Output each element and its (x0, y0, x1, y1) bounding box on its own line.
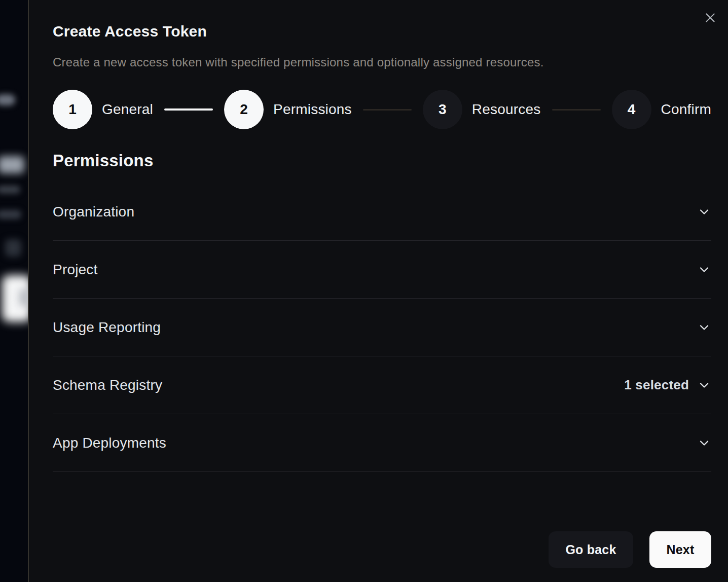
next-button[interactable]: Next (649, 531, 711, 568)
accordion-label: Organization (53, 204, 134, 220)
close-button[interactable] (702, 9, 719, 26)
chevron-down-icon (697, 378, 711, 392)
accordion-right (697, 320, 711, 335)
step-number-badge: 1 (53, 90, 92, 129)
accordion-label: App Deployments (53, 435, 166, 451)
accordion-label: Schema Registry (53, 377, 162, 393)
accordion-label: Project (53, 262, 98, 278)
chevron-down-icon (697, 205, 711, 219)
step-label: Confirm (661, 101, 711, 118)
accordion-right: 1 selected (624, 377, 711, 393)
accordion-schema-registry[interactable]: Schema Registry 1 selected (53, 356, 711, 414)
accordion-project[interactable]: Project (53, 241, 711, 299)
background-blur-text (0, 210, 21, 219)
stepper-connector (363, 109, 412, 111)
accordion-label: Usage Reporting (53, 319, 161, 336)
stepper-step-resources[interactable]: 3 Resources (423, 90, 541, 129)
modal-subtitle: Create a new access token with specified… (53, 55, 711, 69)
permissions-accordion-list: Organization Project Usage Reporting (53, 183, 711, 472)
accordion-right (697, 263, 711, 277)
step-number-badge: 2 (224, 90, 264, 129)
accordion-selected-badge: 1 selected (624, 377, 689, 393)
step-number-badge: 4 (612, 90, 651, 129)
chevron-down-icon (697, 263, 711, 277)
permissions-heading: Permissions (53, 151, 711, 171)
step-label: Resources (472, 101, 541, 118)
background-blur-heading (0, 156, 24, 173)
modal-footer: Go back Next (549, 531, 711, 568)
stepper-connector (552, 109, 601, 111)
stepper-step-confirm[interactable]: 4 Confirm (612, 90, 711, 129)
go-back-button[interactable]: Go back (549, 531, 633, 568)
background-page (0, 0, 28, 582)
step-number-badge: 3 (423, 90, 462, 129)
step-label: General (102, 101, 153, 118)
accordion-app-deployments[interactable]: App Deployments (53, 414, 711, 472)
chevron-down-icon (697, 436, 711, 450)
stepper-connector (164, 108, 213, 111)
accordion-right (697, 436, 711, 450)
create-access-token-modal: Create Access Token Create a new access … (28, 0, 728, 582)
chevron-down-icon (697, 320, 711, 335)
background-blur-menu (0, 94, 15, 105)
step-label: Permissions (273, 101, 352, 118)
accordion-right (697, 205, 711, 219)
background-blur-icon (5, 239, 21, 257)
accordion-usage-reporting[interactable]: Usage Reporting (53, 299, 711, 356)
stepper-step-permissions[interactable]: 2 Permissions (224, 90, 352, 129)
background-blur-card-detail (19, 289, 28, 306)
stepper-step-general[interactable]: 1 General (53, 90, 153, 129)
stepper: 1 General 2 Permissions 3 Resources 4 Co… (53, 90, 711, 129)
modal-title: Create Access Token (53, 22, 711, 41)
background-blur-text (0, 186, 20, 194)
accordion-organization[interactable]: Organization (53, 183, 711, 241)
close-icon (704, 11, 717, 24)
